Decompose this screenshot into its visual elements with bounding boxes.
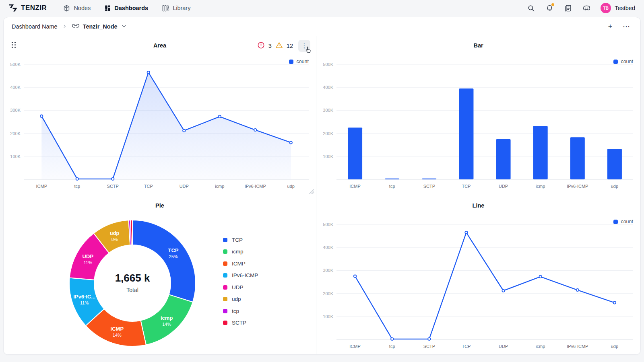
pie-legend-item[interactable]: icmp bbox=[223, 249, 258, 255]
nav-item-nodes[interactable]: Nodes bbox=[63, 4, 91, 12]
legend-label: ICMP bbox=[232, 261, 246, 267]
pie-legend-item[interactable]: IPv6-ICMP bbox=[223, 272, 258, 279]
cube-icon bbox=[63, 4, 70, 12]
legend-marker bbox=[223, 285, 227, 290]
legend-label: TCP bbox=[232, 237, 243, 243]
breadcrumb: Dashboard Name Tenzir_Node + ⋯ bbox=[4, 17, 640, 36]
svg-text:100K: 100K bbox=[323, 154, 333, 159]
svg-text:IPv6-ICMP: IPv6-ICMP bbox=[567, 184, 588, 189]
svg-text:icmp: icmp bbox=[536, 344, 545, 349]
svg-text:200K: 200K bbox=[10, 131, 21, 136]
svg-text:TCP: TCP bbox=[462, 184, 471, 189]
dashboard-sheet: Dashboard Name Tenzir_Node + ⋯ Area bbox=[3, 17, 641, 355]
nav-item-label: Library bbox=[173, 5, 190, 11]
svg-text:IPv6-ICMP: IPv6-ICMP bbox=[567, 344, 588, 349]
svg-text:11%: 11% bbox=[84, 260, 92, 265]
legend-label: SCTP bbox=[232, 320, 246, 326]
svg-text:SCTP: SCTP bbox=[423, 344, 435, 349]
avatar: TB bbox=[601, 3, 611, 13]
pie-legend-item[interactable]: TCP bbox=[223, 237, 258, 243]
nav-item-library[interactable]: Library bbox=[162, 4, 190, 12]
panel-title: Line bbox=[316, 202, 640, 209]
discord-icon[interactable] bbox=[582, 4, 591, 12]
top-navigation: TENZIR Nodes Dashboards Library bbox=[0, 0, 644, 16]
svg-text:300K: 300K bbox=[10, 108, 21, 113]
svg-text:tcp: tcp bbox=[389, 344, 395, 349]
legend-marker bbox=[223, 321, 227, 325]
legend-count[interactable]: count bbox=[613, 219, 633, 224]
chevron-down-icon[interactable] bbox=[122, 23, 126, 30]
panel-menu-button[interactable]: ⋮ bbox=[298, 40, 310, 52]
legend-marker bbox=[223, 238, 227, 242]
pie-legend-item[interactable]: udp bbox=[223, 296, 258, 302]
tenzir-logo[interactable]: TENZIR bbox=[9, 4, 47, 12]
pie-legend-item[interactable]: SCTP bbox=[223, 320, 258, 326]
brand-name: TENZIR bbox=[21, 4, 47, 12]
panel-line-header: Line bbox=[316, 196, 640, 216]
svg-text:SCTP: SCTP bbox=[423, 184, 435, 189]
legend-count[interactable]: count bbox=[613, 59, 633, 64]
svg-text:ICMP: ICMP bbox=[111, 326, 124, 332]
svg-text:TCP: TCP bbox=[168, 247, 179, 253]
svg-text:TCP: TCP bbox=[144, 184, 153, 189]
legend-marker bbox=[223, 273, 227, 278]
svg-text:ICMP: ICMP bbox=[349, 344, 361, 349]
svg-text:udp: udp bbox=[287, 184, 295, 189]
svg-text:Total: Total bbox=[126, 287, 138, 293]
add-chart-button[interactable]: + bbox=[604, 21, 616, 33]
svg-text:200K: 200K bbox=[323, 131, 333, 136]
svg-text:UDP: UDP bbox=[180, 184, 189, 189]
panel-area-badges: 3 12 ⋮ bbox=[257, 40, 310, 52]
svg-text:udp: udp bbox=[611, 184, 618, 189]
panel-area: Area 3 12 ⋮ bbox=[4, 36, 316, 196]
pie-chart-canvas: TCP25%icmp14%ICMP14%IPv6-IC...11%UDP11%u… bbox=[4, 216, 316, 355]
legend-label: udp bbox=[232, 296, 241, 302]
error-icon[interactable] bbox=[257, 41, 265, 51]
warning-icon[interactable] bbox=[275, 41, 283, 51]
legend-marker bbox=[613, 220, 618, 224]
user-name: Testbed bbox=[615, 5, 635, 11]
svg-text:500K: 500K bbox=[323, 62, 333, 67]
panel-title: Pie bbox=[4, 202, 316, 209]
panel-pie-header: Pie bbox=[4, 196, 316, 216]
pie-legend-item[interactable]: tcp bbox=[223, 308, 258, 314]
svg-text:ICMP: ICMP bbox=[349, 184, 361, 189]
search-icon[interactable] bbox=[526, 4, 535, 12]
dashboards-icon bbox=[104, 5, 111, 12]
breadcrumb-dashboard-name[interactable]: Dashboard Name bbox=[12, 23, 58, 30]
svg-text:400K: 400K bbox=[323, 245, 333, 250]
svg-text:500K: 500K bbox=[10, 62, 21, 67]
svg-text:1,665 k: 1,665 k bbox=[115, 272, 150, 284]
changelog-icon[interactable] bbox=[564, 4, 572, 12]
bar-chart-canvas: 100K200K300K400K500KICMPtcpSCTPTCPUDPicm… bbox=[316, 56, 640, 196]
breadcrumb-node-name[interactable]: Tenzir_Node bbox=[83, 23, 118, 30]
svg-text:UDP: UDP bbox=[499, 344, 508, 349]
svg-text:14%: 14% bbox=[113, 333, 122, 337]
legend-label: icmp bbox=[232, 249, 244, 255]
library-icon bbox=[162, 4, 169, 12]
legend-label: IPv6-ICMP bbox=[232, 272, 258, 278]
svg-text:tcp: tcp bbox=[389, 184, 395, 189]
line-chart-canvas: 100K200K300K400K500KICMPtcpSCTPTCPUDPicm… bbox=[316, 216, 640, 355]
user-menu[interactable]: TB Testbed bbox=[601, 3, 635, 13]
nav-item-label: Dashboards bbox=[114, 5, 148, 11]
pie-legend-item[interactable]: ICMP bbox=[223, 260, 258, 267]
dashboard-actions: + ⋯ bbox=[604, 21, 632, 33]
svg-text:25%: 25% bbox=[169, 254, 178, 259]
resize-handle-icon[interactable] bbox=[309, 189, 314, 194]
panel-pie: Pie TCP25%icmp14%ICMP14%IPv6-IC...11%UDP… bbox=[4, 196, 316, 355]
notifications-bell-icon[interactable] bbox=[545, 4, 554, 12]
nav-item-dashboards[interactable]: Dashboards bbox=[104, 5, 148, 12]
pie-legend-item[interactable]: UDP bbox=[223, 284, 258, 290]
pie-legend: TCPicmpICMPIPv6-ICMPUDPudptcpSCTP bbox=[223, 237, 258, 331]
svg-text:300K: 300K bbox=[323, 108, 333, 113]
area-chart-canvas: 100K200K300K400K500KICMPtcpSCTPTCPUDPicm… bbox=[4, 56, 316, 196]
svg-text:icmp: icmp bbox=[161, 315, 173, 321]
svg-text:8%: 8% bbox=[111, 237, 118, 242]
dashboard-more-button[interactable]: ⋯ bbox=[620, 21, 632, 33]
svg-text:100K: 100K bbox=[323, 314, 333, 319]
svg-text:IPv6-ICMP: IPv6-ICMP bbox=[245, 184, 266, 189]
svg-text:400K: 400K bbox=[10, 85, 21, 90]
topnav-right: TB Testbed bbox=[526, 3, 635, 13]
legend-count[interactable]: count bbox=[289, 59, 309, 64]
